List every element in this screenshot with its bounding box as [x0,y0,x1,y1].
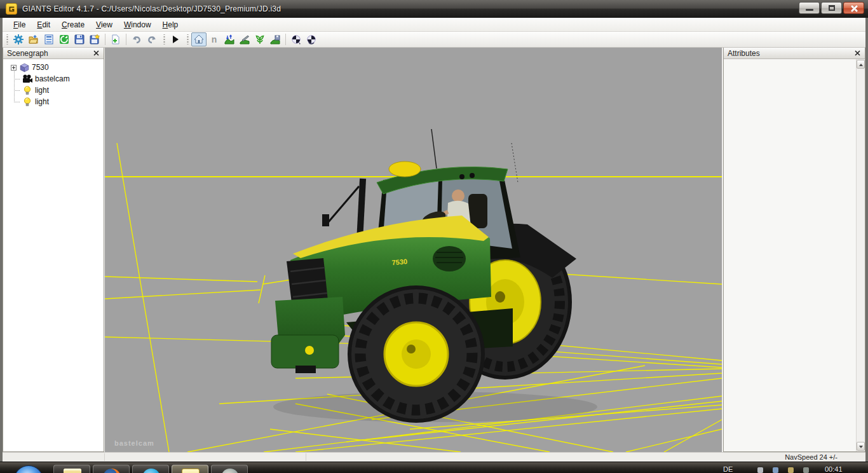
terrain-save-icon[interactable] [268,32,283,46]
save-icon[interactable] [72,32,87,46]
statusbar: NavSpeed 24 +/- [3,452,865,462]
scroll-up-icon[interactable] [857,60,865,69]
camera-icon [22,74,32,84]
hood-model-number: 7530 [391,257,407,266]
front-wheel [349,287,483,421]
taskbar-skype-button[interactable] [132,465,169,473]
editor-window-icon [182,469,200,473]
viewport-camera-label: bastelcam [114,439,154,447]
tree-node-label: bastelcam [35,74,70,83]
tree-node-light-1[interactable]: light [3,85,104,96]
titlebar: GIANTS Editor 4.1.7 - C:/Users/Nicolas/D… [0,0,868,18]
attributes-close-icon[interactable] [853,50,861,57]
language-indicator[interactable]: DE [723,465,733,473]
start-button[interactable] [14,465,43,473]
attributes-panel: Attributes [723,48,865,452]
svg-text:n: n [212,34,217,45]
play-icon[interactable] [168,32,183,46]
reload-icon[interactable] [57,32,72,46]
menu-file[interactable]: File [8,18,31,31]
foliage-paint-icon[interactable] [252,32,268,46]
terrain-height-icon[interactable] [222,32,237,46]
tray-icon[interactable] [773,467,778,473]
scenegraph-close-icon[interactable] [92,50,100,57]
giants-logo-icon [6,3,17,15]
maximize-button[interactable] [821,2,842,14]
menubar: File Edit Create View Window Help [3,18,865,32]
scenegraph-title: Scenegraph [7,49,48,58]
tree-node-light-2[interactable]: light [3,96,104,107]
cube-icon [19,62,29,72]
scene-info-icon[interactable] [41,32,57,46]
menu-edit[interactable]: Edit [31,18,56,31]
toolbar-grip [186,34,189,45]
shader-ball-1-icon[interactable] [288,32,304,46]
close-button[interactable] [843,2,864,14]
scroll-down-icon[interactable] [857,442,865,451]
light-icon [22,85,32,95]
menu-help[interactable]: Help [157,18,184,31]
navspeed-status: NavSpeed 24 +/- [785,453,837,461]
light-icon [22,97,32,107]
taskbar-editor-button[interactable] [172,465,208,473]
firefox-icon [103,469,121,473]
toolbar-separator [285,34,286,45]
taskbar-explorer-button[interactable] [53,465,90,473]
menu-window[interactable]: Window [118,18,157,31]
app-icon [221,469,239,473]
menu-view[interactable]: View [90,18,118,31]
viewport-3d[interactable]: 7530 [105,48,722,452]
minimize-button[interactable] [799,2,820,14]
scenegraph-tree: 7530 bastelcam light [3,59,104,107]
toolbar-grip [6,34,9,45]
tray-icon[interactable] [757,467,763,473]
attributes-scrollbar[interactable] [856,59,865,451]
toolbar-separator [126,34,126,45]
import-document-icon[interactable] [108,32,123,46]
front-weight [271,297,345,373]
shader-ball-2-icon[interactable] [304,32,319,46]
tray-icon[interactable] [788,467,794,473]
save-as-icon[interactable] [87,32,102,46]
undo-icon[interactable] [129,32,144,46]
new-scene-gear-icon[interactable] [11,32,26,46]
expand-icon[interactable] [11,65,17,71]
tree-node-label: 7530 [32,63,49,72]
window-title: GIANTS Editor 4.1.7 - C:/Users/Nicolas/D… [22,4,281,13]
toolbar-grip [163,34,166,45]
terrain-smooth-icon[interactable] [237,32,252,46]
clock[interactable]: 00:41 [825,465,843,473]
taskbar: DE 00:41 [0,462,868,473]
taskbar-firefox-button[interactable] [93,465,130,473]
attributes-body [724,59,865,451]
viewport-canvas: 7530 [105,48,722,452]
redo-icon[interactable] [144,32,159,46]
attributes-title: Attributes [728,49,760,58]
terrain-n-icon[interactable]: n [207,32,222,46]
tractor-model: 7530 [271,129,597,422]
tree-node-bastelcam[interactable]: bastelcam [3,73,104,85]
tree-node-label: light [35,86,49,95]
tray-icon[interactable] [803,467,809,473]
taskbar-app-button[interactable] [211,465,248,473]
tree-node-7530[interactable]: 7530 [3,62,104,73]
giants-editor-window: GIANTS Editor 4.1.7 - C:/Users/Nicolas/D… [0,0,868,462]
toolbar: n [3,32,865,48]
terrain-home-icon[interactable] [191,32,207,46]
toolbar-separator [105,34,105,45]
open-file-icon[interactable] [26,32,41,46]
menu-create[interactable]: Create [56,18,90,31]
skype-icon [142,469,160,473]
explorer-icon [64,469,81,473]
tree-node-label: light [35,97,49,106]
scenegraph-panel: Scenegraph 7530 bastelcam [3,48,104,452]
